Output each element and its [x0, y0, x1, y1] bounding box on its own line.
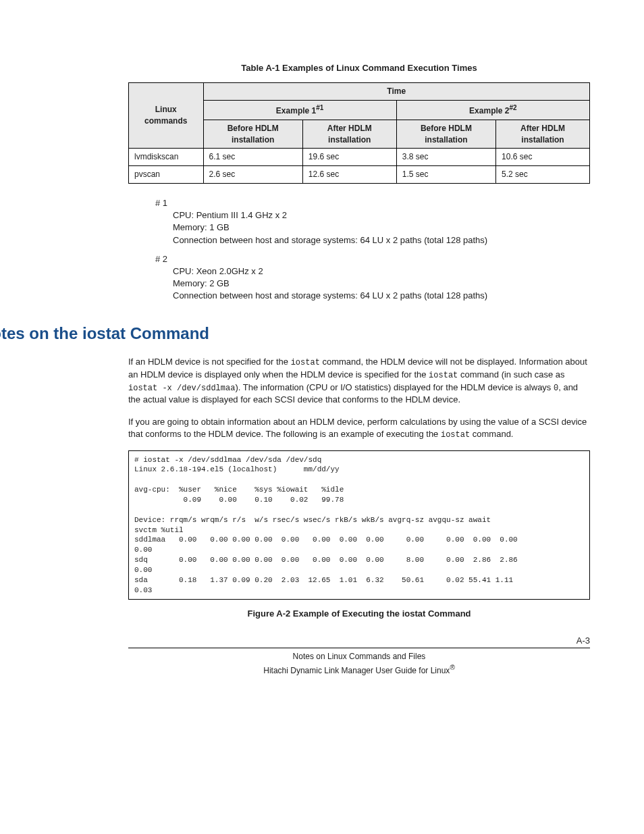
cell-e2a: 10.6 sec — [496, 149, 590, 166]
inline-code: iostat — [291, 358, 320, 367]
footnote-1-mem: Memory: 1 GB — [173, 221, 590, 234]
cell-e2b: 3.8 sec — [396, 149, 495, 166]
footnote-1-conn: Connection between host and storage syst… — [173, 234, 590, 246]
col-e2-before: Before HDLM installation — [396, 120, 495, 149]
footnote-2-tag: # 2 — [155, 253, 590, 265]
text: command (in such case as — [458, 369, 564, 380]
cell-e2b: 1.5 sec — [396, 166, 495, 184]
table-caption: Table A-1 Examples of Linux Command Exec… — [128, 62, 590, 74]
col-example-1-sup: #1 — [316, 104, 323, 111]
footer-sub-text: Hitachi Dynamic Link Manager User Guide … — [263, 666, 450, 675]
registered-icon: ® — [450, 664, 454, 671]
cell-e1a: 12.6 sec — [302, 166, 396, 184]
col-example-1: Example 1#1 — [203, 100, 396, 120]
paragraph-2: If you are going to obtain information a… — [128, 416, 590, 441]
col-e1-after: After HDLM installation — [302, 120, 396, 149]
table-row: pvscan 2.6 sec 12.6 sec 1.5 sec 5.2 sec — [129, 166, 590, 184]
col-example-1-label: Example 1 — [276, 106, 316, 115]
footer-sub: Hitachi Dynamic Link Manager User Guide … — [128, 663, 590, 677]
cell-cmd: lvmdiskscan — [129, 149, 204, 166]
paragraph-1: If an HDLM device is not specified for t… — [128, 356, 590, 407]
col-example-2-label: Example 2 — [469, 106, 509, 115]
cell-cmd: pvscan — [129, 166, 204, 184]
page-number: A-3 — [576, 635, 590, 647]
text: If you are going to obtain information a… — [128, 417, 587, 439]
col-example-2: Example 2#2 — [396, 100, 589, 120]
cell-e1a: 19.6 sec — [302, 149, 396, 166]
inline-code: iostat — [429, 371, 458, 380]
inline-code: iostat -x /dev/sddlmaa — [128, 384, 235, 393]
footer-top: Notes on Linux Commands and Files A-3 — [128, 648, 590, 662]
col-example-2-sup: #2 — [509, 104, 516, 111]
text: command. — [470, 429, 513, 439]
figure-caption: Figure A-2 Example of Executing the iost… — [128, 608, 590, 620]
cell-e2a: 5.2 sec — [496, 166, 590, 184]
text: If an HDLM device is not specified for t… — [128, 357, 291, 367]
console-output: # iostat -x /dev/sddlmaa /dev/sda /dev/s… — [128, 450, 590, 600]
footnote-1-cpu: CPU: Pentium III 1.4 GHz x 2 — [173, 209, 590, 221]
footer-title: Notes on Linux Commands and Files — [293, 652, 426, 661]
inline-code: iostat — [441, 430, 470, 440]
footnotes: # 1 CPU: Pentium III 1.4 GHz x 2 Memory:… — [155, 197, 590, 303]
footnote-2-conn: Connection between host and storage syst… — [173, 290, 590, 302]
footnote-1-tag: # 1 — [155, 197, 590, 209]
table-row: lvmdiskscan 6.1 sec 19.6 sec 3.8 sec 10.… — [129, 149, 590, 166]
col-e2-after: After HDLM installation — [496, 120, 590, 149]
cell-e1b: 2.6 sec — [203, 166, 302, 184]
col-linux-commands: Linux commands — [129, 83, 204, 149]
footnote-2-mem: Memory: 2 GB — [173, 278, 590, 290]
col-e1-before: Before HDLM installation — [203, 120, 302, 149]
footnote-2-cpu: CPU: Xeon 2.0GHz x 2 — [173, 265, 590, 278]
cell-e1b: 6.1 sec — [203, 149, 302, 166]
exec-times-table: Linux commands Time Example 1#1 Example … — [128, 82, 590, 184]
text: ). The information (CPU or I/O statistic… — [235, 382, 554, 392]
section-heading: Notes on the iostat Command — [0, 322, 590, 345]
col-time: Time — [203, 83, 590, 101]
